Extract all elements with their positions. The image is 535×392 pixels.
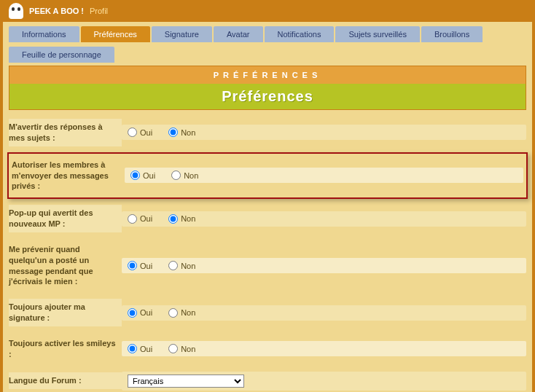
row-popup-pm: Pop-up qui avertit des nouveaux MP : Oui… — [9, 200, 526, 237]
row-enable-smileys: Toujours activer les smileys : Oui Non — [9, 331, 526, 367]
row-language: Langue du Forum : Français — [9, 367, 526, 392]
preferences-form: M'avertir des réponses à mes sujets : Ou… — [3, 110, 532, 392]
tab-feuille-personnage[interactable]: Feuille de personnage — [9, 47, 114, 63]
top-bar: PEEK A BOO ! Profil — [3, 0, 532, 22]
site-title: PEEK A BOO ! — [29, 7, 84, 15]
tab-sujets-surveilles[interactable]: Sujets surveillés — [335, 26, 419, 42]
banner-title: Préférences — [9, 84, 526, 109]
tab-notifications[interactable]: Notifications — [265, 26, 335, 42]
row-add-signature: Toujours ajouter ma signature : Oui Non — [9, 294, 526, 331]
radio-notify-responses-oui[interactable] — [128, 128, 137, 137]
label-notify-concurrent: Me prévenir quand quelqu'un a posté un m… — [9, 241, 122, 290]
label-popup-pm: Pop-up qui avertit des nouveaux MP : — [9, 205, 122, 232]
radio-add-signature-non[interactable] — [168, 308, 178, 318]
tab-avatar[interactable]: Avatar — [214, 26, 263, 42]
radio-allow-pm-non[interactable] — [171, 170, 181, 180]
row-notify-responses: M'avertir des réponses à mes sujets : Ou… — [9, 114, 526, 151]
label-language: Langue du Forum : — [9, 372, 122, 389]
label-enable-smileys: Toujours activer les smileys : — [9, 335, 122, 363]
row-allow-pm: Autoriser les membres à m'envoyer des me… — [7, 152, 528, 200]
page-banner: PRÉFÉRENCES Préférences — [9, 66, 526, 110]
select-language[interactable]: Français — [128, 375, 244, 388]
banner-crumb: PRÉFÉRENCES — [9, 66, 526, 84]
tab-signature[interactable]: Signature — [152, 26, 212, 42]
tab-informations[interactable]: Informations — [9, 26, 79, 42]
radio-popup-pm-non[interactable] — [168, 214, 178, 224]
radio-enable-smileys-oui[interactable] — [128, 344, 137, 353]
tab-preferences[interactable]: Préférences — [81, 26, 150, 42]
ghost-icon — [9, 3, 23, 19]
tab-bar: Informations Préférences Signature Avata… — [3, 22, 532, 66]
radio-allow-pm-oui[interactable] — [130, 170, 140, 180]
breadcrumb-profil[interactable]: Profil — [90, 7, 108, 15]
radio-popup-pm-oui[interactable] — [128, 214, 137, 224]
label-notify-responses: M'avertir des réponses à mes sujets : — [9, 119, 122, 146]
label-allow-pm: Autoriser les membres à m'envoyer des me… — [12, 157, 125, 195]
radio-notify-concurrent-non[interactable] — [168, 261, 178, 270]
row-notify-concurrent: Me prévenir quand quelqu'un a posté un m… — [9, 237, 526, 294]
radio-notify-responses-non[interactable] — [168, 128, 178, 137]
tab-brouillons[interactable]: Brouillons — [421, 26, 483, 42]
label-add-signature: Toujours ajouter ma signature : — [9, 299, 122, 326]
radio-notify-concurrent-oui[interactable] — [128, 261, 137, 270]
radio-add-signature-oui[interactable] — [128, 308, 137, 318]
radio-enable-smileys-non[interactable] — [168, 344, 178, 353]
